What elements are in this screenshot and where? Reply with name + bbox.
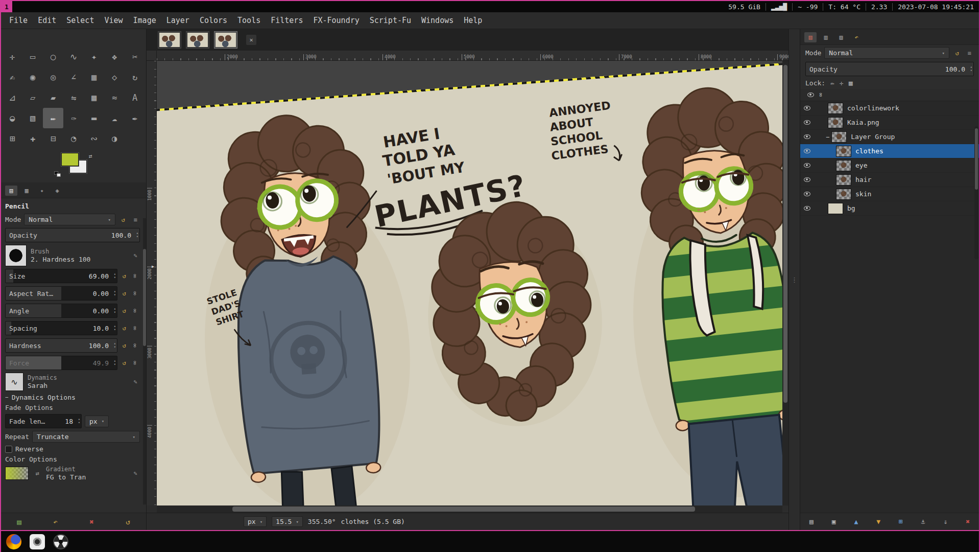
hardness-slider[interactable]: Hardness 100.0 ▴▾ bbox=[5, 338, 117, 353]
tool-smudge[interactable]: ∾ bbox=[84, 128, 104, 149]
tool-shear[interactable]: ▱ bbox=[22, 87, 43, 108]
aspect-ratio-slider[interactable]: Aspect Rat… 0.00 ▴▾ bbox=[5, 286, 117, 301]
size-slider[interactable]: Size 69.00 ▴▾ bbox=[5, 269, 117, 283]
layer-opacity-slider[interactable]: Opacity 100.0 ▴▾ bbox=[805, 62, 974, 76]
menu-fx-foundry[interactable]: FX-Foundry bbox=[308, 16, 364, 25]
tool-clone[interactable]: ⊞ bbox=[2, 128, 22, 149]
tool-heal[interactable]: ✚ bbox=[22, 128, 43, 149]
merge-down-button[interactable]: ⇓ bbox=[939, 516, 952, 528]
visibility-toggle[interactable] bbox=[800, 192, 814, 196]
firefox-icon[interactable] bbox=[6, 534, 21, 549]
spin-buttons[interactable]: ▴▾ bbox=[136, 228, 138, 242]
default-colors-icon[interactable] bbox=[54, 171, 61, 177]
tool-scissors-select[interactable]: ✂ bbox=[125, 47, 145, 67]
reset-icon[interactable]: ↺ bbox=[119, 289, 129, 298]
reset-icon[interactable]: ↺ bbox=[119, 324, 129, 333]
save-tool-preset-button[interactable]: ▤ bbox=[15, 517, 24, 526]
layer-name[interactable]: colorlinework bbox=[847, 104, 899, 112]
tool-rotate[interactable]: ↻ bbox=[125, 67, 145, 87]
menu-view[interactable]: View bbox=[99, 16, 128, 25]
tool-zoom[interactable]: ◎ bbox=[43, 67, 63, 87]
layer-mode-select[interactable]: Normal ▾ bbox=[824, 47, 949, 59]
tool-pencil[interactable]: ✏ bbox=[43, 108, 63, 128]
tool-fuzzy-select[interactable]: ✦ bbox=[84, 47, 104, 67]
tool-move[interactable]: ✛ bbox=[2, 47, 22, 67]
menu-layer[interactable]: Layer bbox=[161, 16, 195, 25]
lock-position-icon[interactable]: ✛ bbox=[840, 79, 844, 87]
layer-row-colorlinework[interactable]: colorlinework bbox=[800, 101, 979, 116]
visibility-toggle[interactable] bbox=[800, 149, 814, 153]
dynamics-name[interactable]: Sarah bbox=[28, 382, 127, 389]
spin-buttons[interactable]: ▴▾ bbox=[114, 339, 116, 352]
gradient-reverse-icon[interactable]: ⇄ bbox=[33, 469, 42, 478]
gradient-thumbnail[interactable] bbox=[5, 467, 29, 480]
dock-tab-device-status[interactable]: ▦ bbox=[20, 186, 33, 196]
chain-icon[interactable]: ∞ bbox=[131, 306, 140, 315]
menu-edit[interactable]: Edit bbox=[33, 16, 61, 25]
layers-scrollbar[interactable] bbox=[974, 126, 978, 259]
tool-blur-sharpen[interactable]: ◔ bbox=[63, 128, 84, 149]
layer-row-layer-group[interactable]: − Layer Group bbox=[800, 130, 979, 144]
reset-icon[interactable]: ↺ bbox=[119, 358, 129, 367]
tool-measure[interactable]: ∠ bbox=[63, 67, 84, 87]
delete-tool-preset-button[interactable]: ✖ bbox=[87, 517, 97, 526]
image-tab-1[interactable] bbox=[158, 31, 181, 49]
canvas-viewport[interactable]: HAVE I TOLD YA 'BOUT MY PLANTS? bbox=[157, 61, 782, 505]
menu-tools[interactable]: Tools bbox=[232, 16, 266, 25]
tool-perspective[interactable]: ▰ bbox=[43, 87, 63, 108]
new-layer-button[interactable]: ▤ bbox=[805, 516, 818, 528]
tool-scale[interactable]: ⊿ bbox=[2, 87, 22, 108]
spin-buttons[interactable]: ▴▾ bbox=[114, 321, 116, 335]
menu-filters[interactable]: Filters bbox=[266, 16, 308, 25]
tool-empty[interactable] bbox=[125, 128, 145, 149]
tool-ellipse-select[interactable]: ◯ bbox=[43, 47, 63, 67]
layer-row-kaia-png[interactable]: Kaia.png bbox=[800, 116, 979, 130]
dynamics-options-expander[interactable]: − Dynamics Options bbox=[5, 394, 140, 401]
zoom-select[interactable]: 15.5 ▾ bbox=[272, 516, 303, 527]
gradient-name[interactable]: FG to Tran bbox=[46, 473, 127, 481]
menu-windows[interactable]: Windows bbox=[416, 16, 459, 25]
chain-icon[interactable]: ∞ bbox=[131, 358, 140, 367]
raise-layer-button[interactable]: ▲ bbox=[849, 516, 863, 528]
dock-tab-pointer[interactable]: ◈ bbox=[51, 186, 63, 196]
dock-tab-error-console[interactable]: ✦ bbox=[36, 186, 48, 196]
tool-free-select[interactable]: ∿ bbox=[63, 47, 84, 67]
swap-colors-icon[interactable]: ⇄ bbox=[89, 153, 92, 159]
mode-reset-icon[interactable]: ↺ bbox=[118, 215, 128, 224]
restore-tool-preset-button[interactable]: ↶ bbox=[51, 517, 60, 526]
layer-name[interactable]: Kaia.png bbox=[847, 119, 879, 126]
tool-flip[interactable]: ⇋ bbox=[63, 87, 84, 108]
dock-tab-layers[interactable]: ▤ bbox=[804, 32, 817, 42]
tool-color-picker[interactable]: ◉ bbox=[22, 67, 43, 87]
edit-brush-icon[interactable]: ✎ bbox=[131, 251, 140, 260]
menu-image[interactable]: Image bbox=[128, 16, 161, 25]
tool-cage-transform[interactable]: ▩ bbox=[84, 87, 104, 108]
visibility-toggle[interactable] bbox=[800, 163, 814, 168]
layer-name[interactable]: hair bbox=[855, 176, 871, 183]
mode-menu-icon[interactable]: ≡ bbox=[131, 215, 140, 224]
tool-paintbrush[interactable]: ✑ bbox=[63, 108, 84, 128]
dock-tab-channels[interactable]: ▥ bbox=[820, 32, 832, 42]
reset-icon[interactable]: ↺ bbox=[119, 271, 129, 281]
vertical-scrollbar[interactable] bbox=[782, 61, 788, 505]
new-layer-group-button[interactable]: ▣ bbox=[827, 516, 841, 528]
layer-name[interactable]: skin bbox=[855, 190, 871, 198]
spin-buttons[interactable]: ▴▾ bbox=[114, 287, 116, 300]
layer-row-hair[interactable]: hair bbox=[800, 173, 979, 187]
layer-name[interactable]: Layer Group bbox=[851, 133, 895, 141]
edit-gradient-icon[interactable]: ✎ bbox=[131, 469, 140, 478]
dock-tab-undo-history[interactable]: ↶ bbox=[850, 32, 863, 42]
layer-name[interactable]: eye bbox=[855, 162, 867, 169]
visibility-toggle[interactable] bbox=[800, 106, 814, 110]
image-tab-3[interactable] bbox=[214, 31, 237, 49]
fg-color-swatch[interactable] bbox=[61, 153, 79, 166]
opacity-slider[interactable]: Opacity 100.0 ▴▾ bbox=[5, 228, 140, 242]
visibility-toggle[interactable] bbox=[800, 206, 814, 211]
tool-warp[interactable]: ≈ bbox=[104, 87, 125, 108]
menu-script-fu[interactable]: Script-Fu bbox=[365, 16, 416, 25]
anchor-layer-button[interactable]: ⚓ bbox=[917, 516, 930, 528]
visibility-toggle[interactable] bbox=[800, 177, 814, 182]
delete-layer-button[interactable]: ✖ bbox=[961, 516, 974, 528]
edit-dynamics-icon[interactable]: ✎ bbox=[131, 377, 140, 386]
tool-bucket-fill[interactable]: ◒ bbox=[2, 108, 22, 128]
